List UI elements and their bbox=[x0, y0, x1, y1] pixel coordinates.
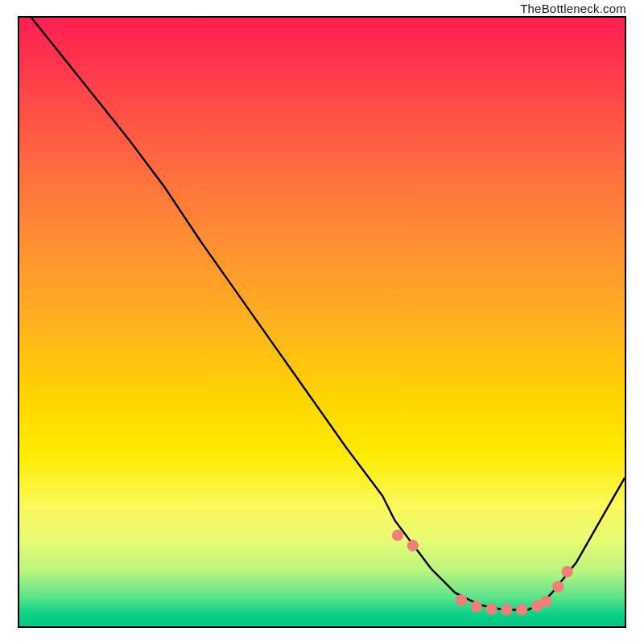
marker-dot bbox=[392, 530, 403, 541]
chart-svg bbox=[19, 18, 625, 623]
marker-dot bbox=[516, 604, 527, 615]
marker-dot bbox=[485, 604, 497, 615]
marker-dot-group bbox=[392, 530, 573, 616]
marker-dot bbox=[501, 604, 512, 615]
marker-dot bbox=[471, 601, 482, 613]
plot-area bbox=[18, 16, 626, 628]
marker-dot bbox=[561, 566, 572, 577]
bottleneck-curve-path bbox=[31, 18, 625, 609]
attribution-text: TheBottleneck.com bbox=[520, 2, 626, 15]
marker-dot bbox=[552, 581, 564, 592]
marker-dot bbox=[456, 594, 467, 605]
marker-dot bbox=[540, 596, 551, 607]
marker-dot bbox=[407, 540, 419, 551]
